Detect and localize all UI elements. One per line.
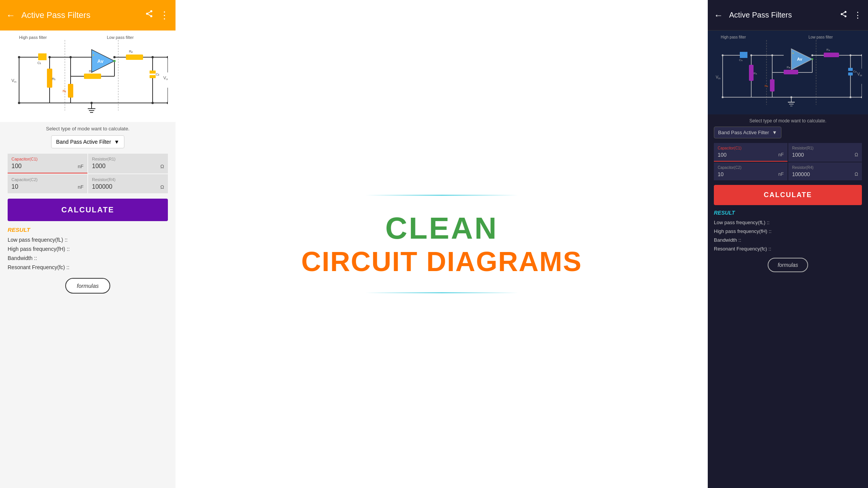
right-header-icons: ⋮ <box>840 10 862 20</box>
right-title: Active Pass Filters <box>729 11 834 19</box>
svg-point-65 <box>113 60 116 62</box>
left-dropdown-value: Band Pass Active Filter <box>56 139 111 145</box>
right-result-high-pass: High pass frequency(fH) :: <box>714 228 862 234</box>
right-field-c1-unit: nF <box>778 152 784 157</box>
right-calculate-button[interactable]: CALCULATE <box>714 185 862 205</box>
middle-line-bottom <box>366 292 518 293</box>
middle-panel: CLEAN CIRCUIT DIAGRAMS <box>176 0 708 488</box>
middle-circuit-text: CIRCUIT DIAGRAMS <box>301 246 582 277</box>
svg-point-129 <box>812 58 813 60</box>
right-field-c2[interactable]: Capacitor(C2) 10 nF <box>714 162 787 180</box>
left-result-high-pass: High pass frequency(fH) :: <box>8 246 168 252</box>
left-field-r4-unit: Ω <box>160 184 164 190</box>
svg-text:C₁: C₁ <box>37 61 42 65</box>
left-field-r1-value: 1000 <box>92 163 106 170</box>
svg-point-64 <box>90 102 93 104</box>
svg-text:R₄: R₄ <box>826 48 830 51</box>
left-field-c1-value: 100 <box>11 163 22 170</box>
right-field-r1-label: Resistor(R1) <box>792 146 858 150</box>
svg-text:R₁: R₁ <box>52 77 56 81</box>
left-result-low-pass: Low pass frequency(fL) :: <box>8 237 168 243</box>
right-result-low-pass: Low pass frequency(fL) :: <box>714 220 862 225</box>
left-body: Select type of mode want to calculate. B… <box>0 122 176 488</box>
svg-text:R₂: R₂ <box>63 89 67 93</box>
right-fields-grid: Capacitor(C1) 100 nF Resistor(R1) 1000 Ω… <box>714 143 862 180</box>
left-share-icon[interactable] <box>145 10 153 21</box>
left-dropdown[interactable]: Band Pass Active Filter ▼ <box>51 135 124 148</box>
left-field-r1-label: Resistor(R1) <box>92 157 164 161</box>
left-field-c1[interactable]: Capacitor(C1) 100 nF <box>8 154 87 173</box>
svg-line-70 <box>842 12 845 13</box>
right-more-icon[interactable]: ⋮ <box>854 10 862 20</box>
left-result-bandwidth: Bandwidth :: <box>8 255 168 261</box>
left-low-pass-label: Low pass filter <box>107 35 134 40</box>
left-field-r1[interactable]: Resistor(R1) 1000 Ω <box>88 154 168 173</box>
right-field-c1[interactable]: Capacitor(C1) 100 nF <box>714 143 787 162</box>
left-fields-grid: Capacitor(C1) 100 nF Resistor(R1) 1000 Ω… <box>8 154 168 193</box>
svg-rect-109 <box>848 72 853 75</box>
right-field-r1-value: 1000 <box>792 152 804 158</box>
right-field-c2-value: 10 <box>718 171 724 177</box>
right-field-r4-value: 100000 <box>792 171 810 177</box>
right-field-r4-label: Resistor(R4) <box>792 165 858 170</box>
right-field-r1-unit: Ω <box>855 152 858 157</box>
svg-point-62 <box>151 56 154 58</box>
left-dropdown-row: Band Pass Active Filter ▼ <box>8 135 168 148</box>
middle-clean-text: CLEAN <box>301 211 582 246</box>
svg-point-61 <box>113 56 116 58</box>
svg-point-126 <box>850 55 852 56</box>
left-back-icon[interactable]: ← <box>6 10 15 21</box>
right-body: Select type of mode want to calculate. B… <box>708 114 868 488</box>
svg-text:R₃: R₃ <box>787 66 790 69</box>
svg-text:R₃: R₃ <box>89 69 93 73</box>
left-dropdown-arrow: ▼ <box>114 139 119 145</box>
svg-point-128 <box>791 96 792 98</box>
svg-text:C₂: C₂ <box>156 72 160 76</box>
svg-line-3 <box>148 14 150 16</box>
svg-rect-83 <box>746 52 747 58</box>
left-calculate-button[interactable]: CALCULATE <box>8 199 168 221</box>
left-field-r4-label: Resistor(R4) <box>92 177 164 182</box>
left-field-r1-unit: Ω <box>160 164 164 169</box>
right-dropdown-arrow: ▼ <box>772 130 777 135</box>
left-header-icons: ⋮ <box>145 10 169 21</box>
svg-rect-44 <box>150 71 156 74</box>
svg-rect-39 <box>126 55 143 60</box>
right-share-icon[interactable] <box>840 10 847 20</box>
svg-rect-35 <box>84 74 101 79</box>
right-field-r4[interactable]: Resistor(R4) 100000 Ω <box>788 162 862 180</box>
left-field-c1-unit: nF <box>78 164 84 169</box>
right-dropdown-row: Band Pass Active Filter ▼ <box>714 127 862 138</box>
left-field-r4[interactable]: Resistor(R4) 100000 Ω <box>88 174 168 193</box>
right-result-resonant: Resonant Frequency(fc) :: <box>714 246 862 252</box>
right-low-pass-label: Low pass filter <box>808 35 833 39</box>
svg-rect-108 <box>848 68 853 71</box>
right-dropdown[interactable]: Band Pass Active Filter ▼ <box>714 127 781 138</box>
right-high-pass-label: High pass filter <box>721 35 746 39</box>
right-back-icon[interactable]: ← <box>714 10 723 21</box>
left-title: Active Pass Filters <box>21 10 139 20</box>
right-field-r1[interactable]: Resistor(R1) 1000 Ω <box>788 143 862 162</box>
svg-point-0 <box>150 10 153 12</box>
svg-rect-103 <box>824 53 839 57</box>
left-high-pass-label: High pass filter <box>19 35 47 40</box>
svg-point-2 <box>150 15 153 17</box>
svg-rect-18 <box>45 53 47 60</box>
right-result-label: RESULT <box>714 210 862 216</box>
left-more-icon[interactable]: ⋮ <box>159 10 169 21</box>
left-field-c1-label: Capacitor(C1) <box>11 157 84 161</box>
left-field-c2[interactable]: Capacitor(C2) 10 nF <box>8 174 87 193</box>
left-formulas-button[interactable]: formulas <box>65 278 110 294</box>
svg-rect-86 <box>749 65 754 81</box>
svg-rect-45 <box>150 75 156 78</box>
svg-text:C₁: C₁ <box>739 58 742 62</box>
left-result-resonant: Resonant Frequency(fc) :: <box>8 264 168 270</box>
svg-rect-21 <box>47 69 52 88</box>
svg-text:R₁: R₁ <box>754 72 757 75</box>
right-formulas-button[interactable]: formulas <box>768 258 808 272</box>
svg-text:R₂: R₂ <box>765 84 768 88</box>
left-field-c2-label: Capacitor(C2) <box>11 177 84 182</box>
svg-point-127 <box>850 96 852 98</box>
svg-line-4 <box>148 11 150 13</box>
svg-point-67 <box>841 13 843 15</box>
